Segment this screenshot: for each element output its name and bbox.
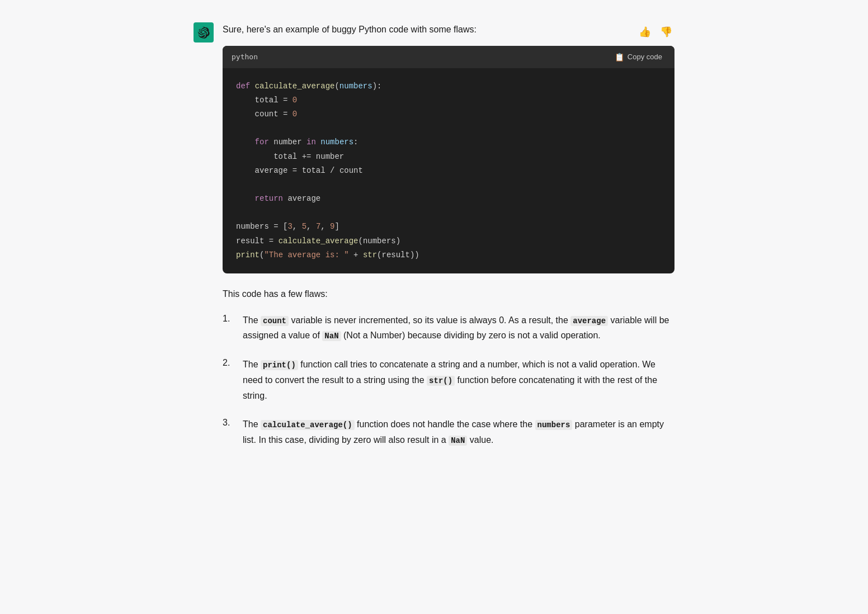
flaw-number-2: 2. — [223, 357, 236, 368]
code-language-label: python — [232, 53, 258, 61]
flaw-item-3: 3. The calculate_average() function does… — [223, 417, 674, 448]
thumbs-down-button[interactable]: 👎 — [658, 25, 674, 39]
intro-text: Sure, here's an example of buggy Python … — [223, 22, 477, 37]
code-line-6: total += number — [236, 150, 661, 164]
feedback-icons: 👍 👎 — [636, 22, 674, 39]
code-line-1: def calculate_average(numbers): — [236, 79, 661, 93]
flaw-item-1: 1. The count variable is never increment… — [223, 313, 674, 344]
inline-code-nan-1: NaN — [322, 331, 341, 341]
inline-code-str: str() — [427, 376, 455, 386]
flaw-text-1: The count variable is never incremented,… — [243, 313, 674, 344]
inline-code-average: average — [570, 316, 608, 326]
code-line-3: count = 0 — [236, 107, 661, 121]
code-line-4 — [236, 121, 661, 135]
code-line-5: for number in numbers: — [236, 135, 661, 149]
copy-icon: 📋 — [615, 53, 624, 62]
code-line-7: average = total / count — [236, 164, 661, 178]
code-line-2: total = 0 — [236, 93, 661, 107]
inline-code-numbers: numbers — [535, 420, 573, 430]
flaw-number-3: 3. — [223, 417, 236, 428]
inline-code-nan-3: NaN — [449, 436, 467, 446]
flaw-text-3: The calculate_average() function does no… — [243, 417, 674, 448]
chatgpt-logo-icon — [197, 26, 210, 39]
code-block: python 📋 Copy code def calculate_average… — [223, 46, 674, 273]
inline-code-count: count — [261, 316, 289, 326]
flaws-intro-text: This code has a few flaws: — [223, 287, 674, 301]
flaw-number-1: 1. — [223, 313, 236, 324]
thumbs-up-button[interactable]: 👍 — [636, 25, 653, 39]
flaws-list: 1. The count variable is never increment… — [223, 313, 674, 448]
code-block-header: python 📋 Copy code — [223, 46, 674, 68]
copy-code-button[interactable]: 📋 Copy code — [611, 51, 666, 63]
code-line-9: return average — [236, 192, 661, 206]
inline-code-calc-avg: calculate_average() — [261, 420, 355, 430]
flaw-item-2: 2. The print() function call tries to co… — [223, 357, 674, 403]
chatgpt-avatar — [194, 22, 214, 42]
inline-code-print: print() — [261, 360, 298, 370]
flaw-text-2: The print() function call tries to conca… — [243, 357, 674, 403]
code-line-13: print("The average is: " + str(result)) — [236, 248, 661, 262]
copy-code-label: Copy code — [628, 53, 662, 61]
code-line-10 — [236, 206, 661, 220]
code-line-8 — [236, 178, 661, 192]
message-content: Sure, here's an example of buggy Python … — [223, 22, 674, 461]
code-line-12: result = calculate_average(numbers) — [236, 234, 661, 248]
code-line-11: numbers = [3, 5, 7, 9] — [236, 220, 661, 234]
code-content: def calculate_average(numbers): total = … — [223, 68, 674, 273]
